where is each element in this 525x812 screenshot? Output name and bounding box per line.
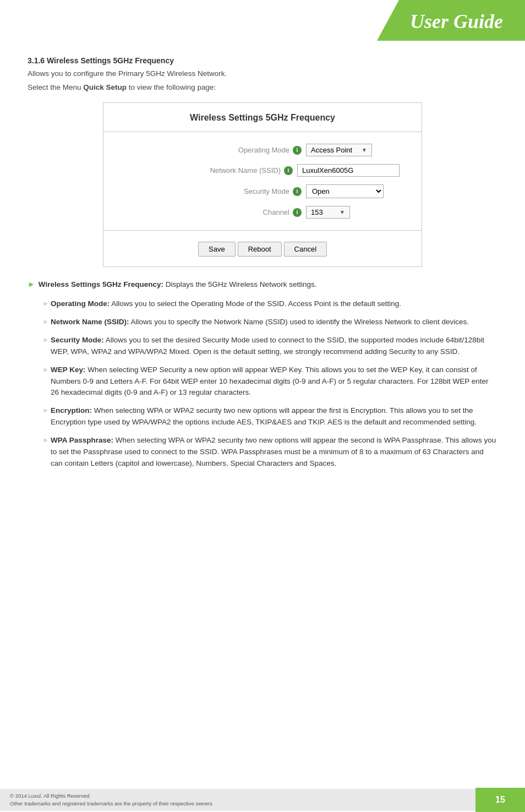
reboot-button[interactable]: Reboot (238, 242, 282, 257)
settings-box: Wireless Settings 5GHz Frequency Operati… (103, 102, 422, 267)
sub-item-text-5: WPA Passphrase: When selecting WPA or WP… (51, 435, 497, 470)
sub-desc-4: When selecting WPA or WPA2 security two … (51, 406, 477, 426)
sub-item-ssid: ▹ Network Name (SSID): Allows you to spe… (44, 317, 497, 328)
footer-page-number: 15 (495, 795, 505, 805)
dropdown-arrow: ▼ (362, 147, 367, 153)
sub-term-0: Operating Mode: (51, 299, 110, 308)
section-heading: 3.1.6 Wireless Settings 5GHz Frequency (28, 56, 497, 65)
main-content: 3.1.6 Wireless Settings 5GHz Frequency A… (0, 41, 525, 492)
button-row: Save Reboot Cancel (103, 238, 422, 257)
sub-list: ▹ Operating Mode: Allows you to select t… (28, 298, 497, 470)
sub-item-encryption: ▹ Encryption: When selecting WPA or WPA2… (44, 405, 497, 428)
settings-row-security-mode: Security Mode i Open WEP 64bit WEP 128bi… (103, 181, 422, 202)
sub-term-5: WPA Passphrase: (51, 436, 113, 444)
field-ssid (297, 164, 400, 177)
footer-left: © 2014 Luxul. All Rights Reserved. Other… (0, 789, 475, 811)
sub-item-wpa-passphrase: ▹ WPA Passphrase: When selecting WPA or … (44, 435, 497, 470)
sub-term-4: Encryption: (51, 406, 92, 415)
sub-item-text-3: WEP Key: When selecting WEP Security a n… (51, 364, 497, 399)
dropdown-operating-mode-value: Access Point (311, 146, 352, 154)
select-security-mode[interactable]: Open WEP 64bit WEP 128bit WPA WPA2 WPA/W… (306, 184, 384, 198)
settings-box-title: Wireless Settings 5GHz Frequency (103, 113, 422, 123)
input-ssid[interactable] (297, 164, 400, 177)
header: User Guide (0, 0, 525, 41)
channel-dropdown-arrow: ▼ (340, 209, 345, 215)
sub-item-text-4: Encryption: When selecting WPA or WPA2 s… (51, 405, 497, 428)
menu-name: Quick Setup (83, 83, 127, 91)
sub-item-text-0: Operating Mode: Allows you to select the… (51, 298, 401, 310)
sub-item-text-1: Network Name (SSID): Allows you to speci… (51, 317, 469, 328)
label-security-mode: Security Mode (201, 187, 289, 195)
dropdown-channel-value: 153 (311, 208, 323, 216)
footer-copyright: © 2014 Luxul. All Rights Reserved. (10, 792, 466, 800)
settings-row-operating-mode: Operating Mode i Access Point ▼ (103, 140, 422, 160)
sub-term-2: Security Mode: (51, 336, 104, 344)
save-button[interactable]: Save (198, 242, 236, 257)
sub-arrow-0: ▹ (44, 299, 47, 307)
header-title: User Guide (410, 10, 503, 33)
section-desc: Allows you to configure the Primary 5GHz… (28, 69, 497, 78)
sub-arrow-3: ▹ (44, 366, 47, 373)
info-icon-security-mode[interactable]: i (293, 187, 302, 196)
footer-right: 15 (475, 788, 525, 812)
sub-term-1: Network Name (SSID): (51, 318, 129, 326)
field-operating-mode: Access Point ▼ (306, 144, 400, 156)
sub-term-3: WEP Key: (51, 366, 86, 374)
bullet-main-item: ► Wireless Settings 5GHz Frequency: Disp… (28, 279, 497, 291)
label-ssid: Network Name (SSID) (193, 166, 281, 175)
sub-item-wep-key: ▹ WEP Key: When selecting WEP Security a… (44, 364, 497, 399)
cancel-button[interactable]: Cancel (284, 242, 327, 257)
sub-desc-2: Allows you to set the desired Security M… (51, 336, 484, 356)
main-bullet-term: Wireless Settings 5GHz Frequency: (39, 280, 163, 288)
main-bullet-arrow: ► (28, 280, 35, 288)
sub-arrow-5: ▹ (44, 436, 47, 444)
dropdown-channel[interactable]: 153 ▼ (306, 206, 350, 219)
settings-row-channel: Channel i 153 ▼ (103, 202, 422, 222)
sub-desc-0: Allows you to select the Operating Mode … (111, 299, 401, 308)
info-icon-operating-mode[interactable]: i (293, 146, 302, 155)
header-banner: User Guide (377, 0, 525, 41)
sub-desc-1: Allows you to specify the Network Name (… (131, 318, 469, 326)
sub-arrow-2: ▹ (44, 336, 47, 344)
label-channel: Channel (201, 208, 289, 216)
field-channel: 153 ▼ (306, 206, 400, 219)
bullet-main-text: Wireless Settings 5GHz Frequency: Displa… (39, 279, 317, 291)
section-menu-intro: Select the Menu Quick Setup to view the … (28, 83, 497, 91)
sub-arrow-4: ▹ (44, 406, 47, 414)
bullet-list: ► Wireless Settings 5GHz Frequency: Disp… (28, 279, 497, 470)
sub-item-text-2: Security Mode: Allows you to set the des… (51, 335, 497, 358)
sub-desc-5: When selecting WPA or WPA2 security two … (51, 436, 496, 467)
main-bullet-desc: Displays the 5GHz Wireless Network setti… (166, 280, 317, 288)
info-icon-channel[interactable]: i (293, 208, 302, 217)
dropdown-operating-mode[interactable]: Access Point ▼ (306, 144, 372, 156)
info-icon-ssid[interactable]: i (284, 166, 293, 175)
footer-trademark: Other trademarks and registered trademar… (10, 800, 466, 808)
sub-arrow-1: ▹ (44, 318, 47, 325)
sub-item-operating-mode: ▹ Operating Mode: Allows you to select t… (44, 298, 497, 310)
settings-row-ssid: Network Name (SSID) i (103, 160, 422, 181)
field-security-mode: Open WEP 64bit WEP 128bit WPA WPA2 WPA/W… (306, 184, 400, 198)
footer: © 2014 Luxul. All Rights Reserved. Other… (0, 788, 525, 812)
label-operating-mode: Operating Mode (201, 146, 289, 154)
sub-desc-3: When selecting WEP Security a new option… (51, 366, 489, 397)
sub-item-security-mode: ▹ Security Mode: Allows you to set the d… (44, 335, 497, 358)
